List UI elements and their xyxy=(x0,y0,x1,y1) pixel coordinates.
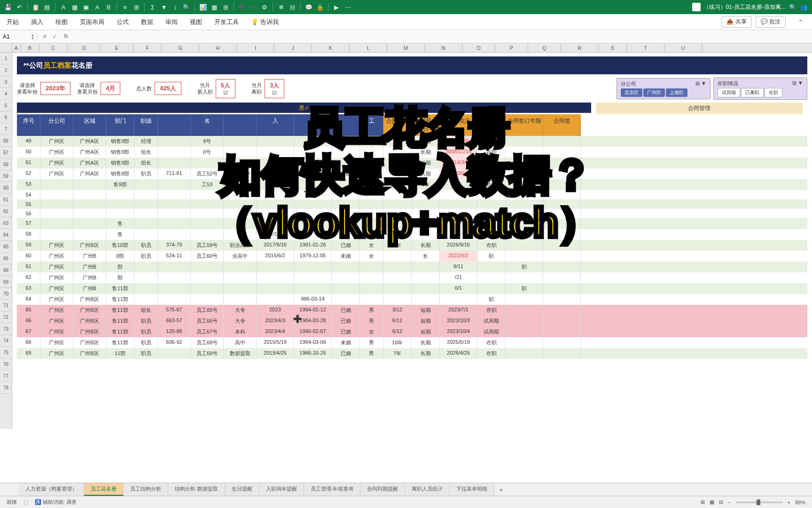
table-cell[interactable]: 2020/6/1 xyxy=(440,168,477,179)
table-cell[interactable]: 52 xyxy=(17,168,40,179)
table-cell[interactable]: 在职 xyxy=(477,348,506,359)
search-icon[interactable]: 🔍 xyxy=(789,3,797,11)
col-header[interactable]: Q xyxy=(528,43,561,52)
table-cell[interactable]: 663-57 xyxy=(158,316,191,326)
table-cell[interactable]: 组长 xyxy=(134,158,158,168)
sheet-tab[interactable]: 下拉菜单明细 xyxy=(450,483,494,496)
table-cell[interactable] xyxy=(360,283,383,294)
slicer-status[interactable]: 在职情况⊟ ▼ 试用期 已离职 在职 xyxy=(713,78,807,100)
table-row[interactable]: 63广州区广州B售11部0/1职 xyxy=(17,283,807,294)
zoom-out-icon[interactable]: − xyxy=(728,500,731,505)
col-header[interactable]: N xyxy=(425,43,462,52)
table-cell[interactable]: 职业高中 xyxy=(224,240,257,251)
table-row[interactable]: 65广州区广州B区售11部组长575-67员工65号大专20231994-02-… xyxy=(17,305,807,316)
table-cell[interactable]: 短期 xyxy=(412,316,440,326)
table-cell[interactable]: 员工52号 xyxy=(191,168,224,179)
table-cell[interactable] xyxy=(40,209,73,218)
table-cell[interactable] xyxy=(383,136,412,147)
table-row[interactable]: 62广州区广州B部/21 xyxy=(17,272,807,283)
filter-icon[interactable]: ▼ xyxy=(160,3,168,11)
comments-button[interactable]: 💬 批注 xyxy=(756,16,786,28)
table-cell[interactable]: 55 xyxy=(17,199,40,209)
table-cell[interactable] xyxy=(294,179,332,190)
table-cell[interactable]: 长期 xyxy=(412,240,440,251)
table-cell[interactable]: 广州B区 xyxy=(73,240,106,251)
table-cell[interactable] xyxy=(158,229,191,240)
tell-me[interactable]: 💡 告诉我 xyxy=(249,14,281,30)
table-cell[interactable]: 广州区 xyxy=(40,158,73,168)
table-cell[interactable]: 2018/3/1 xyxy=(440,158,477,168)
tab-draw[interactable]: 绘图 xyxy=(54,14,70,30)
row-number[interactable]: 1 xyxy=(0,53,12,64)
view-pagebreak-icon[interactable]: ⊟ xyxy=(719,499,723,505)
comment-icon[interactable]: 💬 xyxy=(304,3,313,11)
slicer-branch[interactable]: 分公司⊟ ▼ 北京区 广州区 上海区 xyxy=(617,78,710,99)
collapse-ribbon-icon[interactable]: ⌃ xyxy=(794,18,807,26)
table-cell[interactable]: 广州区 xyxy=(40,147,73,158)
table-cell[interactable]: 长 xyxy=(412,251,440,262)
table-cell[interactable]: 短期 xyxy=(412,326,440,337)
table-cell[interactable] xyxy=(332,272,360,283)
row-number[interactable]: 73 xyxy=(0,323,12,335)
table-cell[interactable]: 63 xyxy=(17,283,40,294)
table-cell[interactable]: 组长 xyxy=(134,147,158,158)
table-cell[interactable] xyxy=(543,251,581,262)
table-cell[interactable]: 广州区 xyxy=(40,240,73,251)
table-cell[interactable] xyxy=(106,199,134,209)
table-cell[interactable] xyxy=(332,199,360,209)
table-cell[interactable] xyxy=(294,218,332,229)
table-cell[interactable]: 在职 xyxy=(477,168,506,179)
col-header[interactable]: M xyxy=(387,43,425,52)
table-cell[interactable]: 职员 xyxy=(134,316,158,326)
table-cell[interactable]: 职员 xyxy=(134,240,158,251)
table-cell[interactable] xyxy=(158,199,191,209)
table-header-cell[interactable]: 合同截止日 xyxy=(412,114,440,136)
table-cell[interactable] xyxy=(383,158,412,168)
table-cell[interactable] xyxy=(477,262,506,272)
save-icon[interactable]: 💾 xyxy=(4,3,12,11)
table-cell[interactable] xyxy=(191,294,224,305)
table-cell[interactable] xyxy=(106,209,134,218)
table-cell[interactable]: 员工69号 xyxy=(191,348,224,359)
table-cell[interactable]: 1983-05-27 xyxy=(294,168,332,179)
col-header[interactable]: P xyxy=(495,43,528,52)
table-cell[interactable]: 售11部 xyxy=(106,337,134,348)
view-pagelayout-icon[interactable]: ▦ xyxy=(710,499,714,505)
table-cell[interactable]: 2019/4/25 xyxy=(257,348,294,359)
table-cell[interactable] xyxy=(158,136,191,147)
table-cell[interactable]: 广州区 xyxy=(40,283,73,294)
table-cell[interactable]: 2017/9/16 xyxy=(257,240,294,251)
row-number[interactable]: 61 xyxy=(0,194,12,206)
table-cell[interactable] xyxy=(506,209,543,218)
table-cell[interactable]: 员工66号 xyxy=(191,316,224,326)
chart-icon[interactable]: 📊 xyxy=(199,3,207,11)
table-cell[interactable] xyxy=(158,294,191,305)
table-cell[interactable] xyxy=(332,283,360,294)
fill-icon[interactable]: ▦ xyxy=(70,3,79,11)
table-cell[interactable] xyxy=(158,218,191,229)
table-cell[interactable]: 广州区 xyxy=(40,305,73,316)
table-cell[interactable] xyxy=(257,147,294,158)
table-cell[interactable]: 长期 xyxy=(412,147,440,158)
col-header[interactable]: G xyxy=(162,43,199,52)
table-cell[interactable]: 广州B区 xyxy=(73,316,106,326)
table-cell[interactable] xyxy=(224,199,257,209)
table-cell[interactable]: 2023/10/3 xyxy=(440,316,477,326)
table-cell[interactable]: 986-03-14 xyxy=(294,294,332,305)
table-cell[interactable] xyxy=(383,168,412,179)
table-cell[interactable]: 524-11 xyxy=(158,251,191,262)
tab-formulas[interactable]: 公式 xyxy=(115,14,131,30)
table-cell[interactable] xyxy=(360,190,383,199)
table-cell[interactable]: 广州区 xyxy=(40,272,73,283)
table-cell[interactable] xyxy=(383,147,412,158)
table-cell[interactable]: 职 xyxy=(477,251,506,262)
table-cell[interactable] xyxy=(332,294,360,305)
table-cell[interactable] xyxy=(543,147,581,158)
col-header[interactable]: T xyxy=(627,43,664,52)
table-cell[interactable] xyxy=(543,229,581,240)
table-cell[interactable] xyxy=(543,240,581,251)
row-number[interactable]: 74 xyxy=(0,335,12,347)
table-cell[interactable] xyxy=(412,262,440,272)
table-cell[interactable] xyxy=(440,179,477,190)
table-cell[interactable] xyxy=(158,283,191,294)
